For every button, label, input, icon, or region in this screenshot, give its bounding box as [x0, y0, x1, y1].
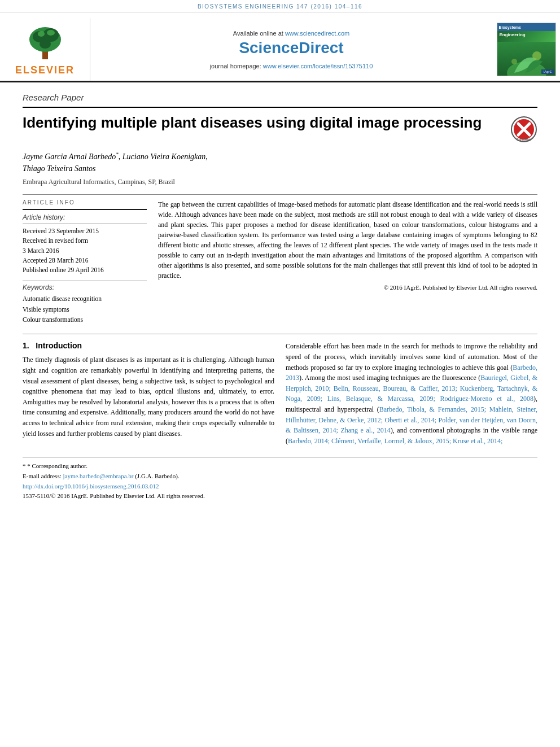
sciencedirect-label-science: Science [239, 39, 299, 56]
accepted-date: Accepted 28 March 2016 [23, 256, 147, 265]
introduction-section: 1. Introduction The timely diagnosis of … [23, 341, 537, 446]
elsevier-logo: ELSEVIER [0, 18, 90, 81]
article-info-header: ARTICLE INFO [23, 199, 147, 206]
journal-homepage-text: journal homepage: www.elsevier.com/locat… [210, 63, 373, 69]
intro-left-body: The timely diagnosis of plant diseases i… [23, 355, 274, 439]
abstract-column: The gap between the current capabilities… [158, 199, 537, 325]
cover-bar: Biosystems [497, 23, 555, 31]
author-names: Jayme Garcia Arnal Barbedo*, Luciano Vie… [23, 152, 208, 161]
footnote-star: * [23, 462, 27, 469]
affiliation-text: Embrapa Agricultural Informatics, Campin… [23, 178, 537, 186]
footnote-corresponding: * * Corresponding author. [23, 461, 537, 471]
keywords-divider [23, 281, 147, 281]
sciencedirect-logo: ScienceDirect [239, 39, 343, 57]
paper-title-text: Identifying multiple plant diseases usin… [23, 113, 510, 132]
keyword-1: Automatic disease recognition [23, 294, 147, 304]
crossmark-icon: CrossMark [510, 116, 537, 143]
sciencedirect-url[interactable]: www.sciencedirect.com [285, 30, 349, 37]
intro-left-column: 1. Introduction The timely diagnosis of … [23, 341, 274, 446]
journal-homepage-url[interactable]: www.elsevier.com/locate/issn/15375110 [263, 63, 373, 69]
copyright-text: © 2016 IAgrE. Published by Elsevier Ltd.… [158, 284, 537, 291]
svg-point-5 [38, 31, 45, 37]
footnote-email: E-mail address: jayme.barbedo@embrapa.br… [23, 471, 537, 482]
sciencedirect-label-direct: Direct [299, 39, 343, 56]
section-1-title: 1. Introduction [23, 341, 274, 350]
footnotes: * * Corresponding author. E-mail address… [23, 457, 537, 501]
authors-line: Jayme Garcia Arnal Barbedo*, Luciano Vie… [23, 151, 537, 174]
article-info-abstract: ARTICLE INFO Article history: Received 2… [23, 199, 537, 325]
abstract-text: The gap between the current capabilities… [158, 199, 537, 281]
journal-header: ELSEVIER Available online at www.science… [0, 12, 560, 82]
section-title: Introduction [36, 341, 82, 350]
keywords-title: Keywords: [23, 283, 147, 291]
keywords-section: Keywords: Automatic disease recognition … [23, 281, 147, 325]
abstract-body-divider [23, 334, 537, 334]
received-date: Received 23 September 2015 [23, 226, 147, 236]
journal-cover-image: Biosystems Engineering IAgrE [497, 23, 556, 76]
email-link[interactable]: jayme.barbedo@embrapa.br [63, 473, 133, 479]
ref-barbedo-2014[interactable]: Barbedo, 2014; Clément, Verfaille, Lorme… [288, 437, 502, 445]
corresponding-marker: * [116, 151, 119, 157]
email-attribution: (J.G.A. Barbedo). [135, 473, 180, 479]
ref-bauriegel[interactable]: Bauriegel, Giebel, & Herppich, 2010; Bel… [286, 374, 537, 403]
elsevier-wordmark: ELSEVIER [15, 64, 75, 76]
section-number: 1. [23, 341, 29, 350]
article-info-column: ARTICLE INFO Article history: Received 2… [23, 199, 147, 325]
article-history-divider [23, 224, 147, 224]
keyword-2: Visible symptoms [23, 304, 147, 314]
journal-header-bar: BIOSYSTEMS ENGINEERING 147 (2016) 104–11… [0, 0, 560, 12]
article-info-divider [23, 209, 147, 210]
cover-title-bar-text: Biosystems [499, 25, 521, 29]
journal-cover: Biosystems Engineering IAgrE [492, 18, 560, 81]
available-online-text: Available online at www.sciencedirect.co… [233, 30, 349, 37]
intro-right-body: Considerable effort has been made in the… [286, 341, 537, 446]
published-date: Published online 29 April 2016 [23, 265, 147, 275]
email-label: E-mail address: [23, 473, 62, 479]
journal-citation: BIOSYSTEMS ENGINEERING 147 (2016) 104–11… [198, 3, 362, 10]
corresponding-author-label: * Corresponding author. [27, 462, 88, 469]
paper-title-section: Identifying multiple plant diseases usin… [23, 113, 537, 143]
revised-date: 3 March 2016 [23, 246, 147, 256]
doi-link[interactable]: http://dx.doi.org/10.1016/j.biosystemsen… [23, 483, 159, 490]
main-content: Research Paper Identifying multiple plan… [0, 82, 560, 507]
svg-point-9 [511, 59, 517, 64]
keyword-3: Colour transformations [23, 314, 147, 325]
paper-type-label: Research Paper [23, 93, 537, 102]
affiliation-divider [23, 194, 537, 195]
cover-subtitle: Engineering [500, 32, 553, 38]
svg-rect-0 [42, 51, 48, 59]
cover-iarE-badge: IAgrE [541, 69, 553, 74]
sciencedirect-info: Available online at www.sciencedirect.co… [90, 18, 492, 81]
svg-point-6 [47, 30, 55, 36]
ref-barbedo-tibola[interactable]: Barbedo, Tibola, & Fernandes, 2015; Mahl… [286, 405, 537, 434]
svg-point-4 [40, 40, 51, 49]
svg-point-8 [532, 51, 541, 60]
received-revised-label: Received in revised form [23, 236, 147, 246]
crossmark-text: CrossMark [517, 138, 531, 141]
intro-right-column: Considerable effort has been made in the… [286, 341, 537, 446]
crossmark-logo: CrossMark [510, 116, 537, 143]
article-history-title: Article history: [23, 213, 147, 221]
footnote-issn: 1537-5110/© 2016 IAgrE. Published by Els… [23, 491, 537, 501]
elsevier-tree-icon [20, 23, 71, 62]
footnote-doi: http://dx.doi.org/10.1016/j.biosystemsen… [23, 482, 537, 492]
author-name-3: Thiago Teixeira Santos [23, 164, 95, 173]
title-divider-top [23, 107, 537, 108]
